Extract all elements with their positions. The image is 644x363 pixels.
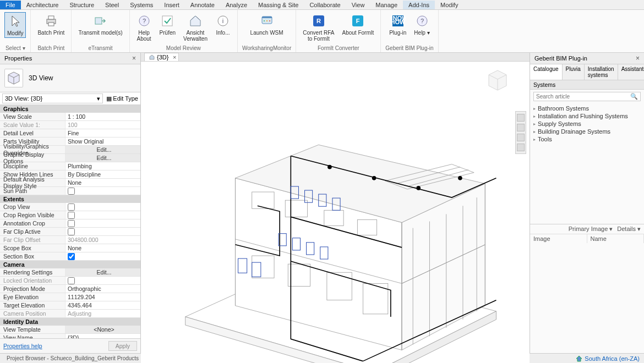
property-edit-button[interactable]: Edit... [65, 154, 140, 162]
close-icon[interactable]: × [132, 54, 136, 62]
menu-tab-annotate[interactable]: Annotate [185, 1, 220, 9]
property-value[interactable] [65, 187, 140, 195]
apply-button[interactable]: Apply [108, 341, 137, 351]
viewcube[interactable] [484, 67, 511, 94]
ribbon-btn-launch-wsm[interactable]: Launch WSM [248, 12, 286, 37]
property-value[interactable]: Fine [65, 129, 140, 137]
property-value[interactable] [65, 228, 140, 235]
caret-right-icon: ▸ [533, 106, 536, 111]
property-selector-row: 3D View: {3D} ▾ ▦ Edit Type [0, 92, 140, 105]
properties-header[interactable]: 3D View [0, 64, 140, 92]
property-edit-button[interactable]: Edit... [65, 146, 140, 153]
plugin-tab-pluvia[interactable]: Pluvia [563, 64, 585, 80]
properties-help-link[interactable]: Properties help [3, 343, 42, 349]
property-checkbox[interactable] [68, 188, 75, 195]
property-value[interactable]: None [65, 179, 140, 186]
property-value[interactable] [65, 211, 140, 219]
svg-point-55 [417, 186, 420, 190]
ribbon-btn-ansicht[interactable]: AnsichtVerwalten [181, 12, 210, 43]
nav-pan-icon[interactable] [517, 124, 525, 131]
nav-wheel-icon[interactable] [517, 114, 525, 122]
viewport-canvas[interactable] [141, 62, 530, 363]
property-value[interactable]: 11129.204 [65, 293, 140, 301]
property-checkbox[interactable] [68, 228, 75, 235]
tree-item-supply-systems[interactable]: ▸Supply Systems [533, 120, 641, 128]
property-value[interactable]: 4345.464 [65, 301, 140, 309]
property-value[interactable] [65, 219, 140, 227]
property-value[interactable]: Orthographic [65, 285, 140, 293]
ribbon-btn-info-[interactable]: iInfo... [213, 12, 233, 37]
close-icon[interactable]: × [636, 54, 640, 62]
ribbon-btn-help-[interactable]: ?Help ▾ [412, 12, 432, 37]
search-input[interactable] [534, 92, 628, 101]
menu-tab-steel[interactable]: Steel [100, 1, 124, 9]
menu-tab-file[interactable]: File [0, 1, 21, 9]
plugin-tab-installation-systems[interactable]: Installation systems [585, 64, 618, 80]
status-tab-project-browser-schueco-buildi[interactable]: Project Browser - Schueco_Building_Geber… [2, 354, 144, 362]
property-value[interactable]: By Discipline [65, 170, 140, 178]
nav-orbit-icon[interactable] [517, 144, 525, 151]
property-checkbox[interactable] [68, 220, 75, 227]
property-value[interactable]: Plumbing [65, 162, 140, 170]
menu-tab-view[interactable]: View [346, 1, 370, 9]
plugin-tab-assistants[interactable]: Assistants [618, 64, 644, 80]
ribbon-group-select-: ModifySelect ▾ [0, 10, 31, 52]
property-value[interactable] [65, 277, 140, 284]
menu-tab-modify[interactable]: Modify [435, 1, 463, 9]
properties-table: GraphicsView Scale1 : 100Scale Value 1:1… [0, 105, 140, 338]
property-checkbox[interactable] [68, 212, 75, 219]
property-value[interactable]: None [65, 244, 140, 252]
property-row: Rendering SettingsEdit... [0, 268, 140, 277]
svg-marker-8 [190, 16, 200, 26]
view-tab-3d[interactable]: {3D} × [144, 53, 179, 61]
ribbon-btn-modify[interactable]: Modify [4, 12, 26, 38]
tree-item-installation-and-flushing-systems[interactable]: ▸Installation and Flushing Systems [533, 112, 641, 120]
ribbon-btn-batch-print[interactable]: Batch Print [35, 12, 67, 37]
property-checkbox[interactable] [68, 277, 75, 284]
ribbon-btn-about-formit[interactable]: FAbout FormIt [340, 12, 376, 37]
ribbon-btn-transmit-model-s-[interactable]: Transmit model(s) [76, 12, 124, 37]
ribbon-btn-label: Batch Print [37, 30, 64, 36]
menu-tab-insert[interactable]: Insert [159, 1, 185, 9]
primary-image-toggle[interactable]: Primary Image ▾ [569, 226, 613, 233]
menu-tab-massing-site[interactable]: Massing & Site [253, 1, 304, 9]
property-key: Scale Value 1: [0, 122, 65, 128]
details-toggle[interactable]: Details ▾ [617, 226, 641, 233]
menu-tab-analyze[interactable]: Analyze [220, 1, 253, 9]
property-edit-button[interactable]: Edit... [65, 268, 140, 276]
property-checkbox[interactable] [68, 253, 75, 260]
view-tabs: {3D} × [141, 53, 530, 62]
ribbon-btn-plug-in[interactable]: KNOWHOWPlug-in [387, 12, 408, 37]
plugin-title: Geberit BIM Plug-in [534, 55, 587, 62]
menu-tab-manage[interactable]: Manage [370, 1, 403, 9]
property-edit-button[interactable]: <None> [65, 326, 140, 333]
plugin-tab-catalogue[interactable]: Catalogue [530, 64, 563, 80]
ribbon-btn-label: Modify [7, 30, 23, 36]
close-icon[interactable]: × [173, 54, 176, 61]
property-value[interactable]: 1 : 100 [65, 113, 140, 120]
nav-zoom-icon[interactable] [517, 134, 525, 141]
menu-tab-systems[interactable]: Systems [124, 1, 159, 9]
locale-indicator[interactable]: South Africa (en-ZA) [576, 355, 644, 362]
property-value[interactable]: {3D} [65, 334, 140, 338]
menu-tab-structure[interactable]: Structure [64, 1, 100, 9]
svg-text:?: ? [143, 18, 146, 24]
menu-tab-add-ins[interactable]: Add-Ins [403, 1, 435, 9]
tree-item-tools[interactable]: ▸Tools [533, 135, 641, 143]
menu-tab-architecture[interactable]: Architecture [21, 1, 64, 9]
property-value[interactable]: Show Original [65, 138, 140, 145]
property-checkbox[interactable] [68, 204, 75, 211]
ribbon-btn-help[interactable]: ?HelpAbout [134, 12, 154, 43]
menu-tab-collaborate[interactable]: Collaborate [304, 1, 346, 9]
edit-type-button[interactable]: ▦ Edit Type [106, 95, 138, 102]
search-icon[interactable]: 🔍 [628, 93, 640, 100]
ribbon-btn-convert-rfa[interactable]: RConvert RFAto FormIt [301, 12, 336, 43]
tree-item-bathroom-systems[interactable]: ▸Bathroom Systems [533, 105, 641, 112]
tree-item-building-drainage-systems[interactable]: ▸Building Drainage Systems [533, 128, 641, 135]
property-selector[interactable]: 3D View: {3D} ▾ [2, 94, 103, 103]
ribbon-group-batch-print: Batch PrintBatch Print [31, 10, 72, 52]
ribbon-btn-pr-fen[interactable]: Prüfen [157, 12, 178, 37]
property-value[interactable] [65, 252, 140, 260]
property-row: Sun Path [0, 187, 140, 195]
property-value[interactable] [65, 203, 140, 211]
